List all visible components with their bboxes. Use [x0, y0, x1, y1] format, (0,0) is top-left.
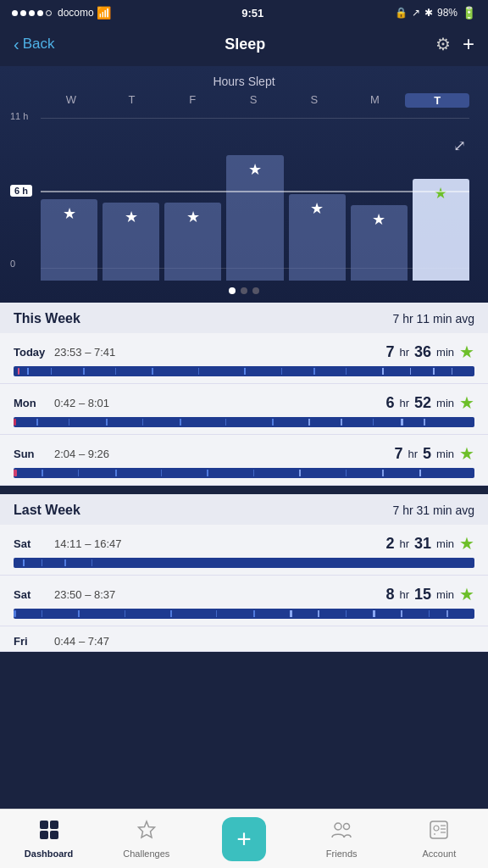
account-label: Account [423, 849, 457, 859]
tab-friends[interactable]: Friends [293, 819, 391, 859]
challenges-icon [136, 819, 158, 846]
last-week-header: Last Week 7 hr 31 min avg [0, 494, 488, 525]
sun-time-range: 2:04 – 9:26 [54, 448, 394, 460]
sleep-row-sat1[interactable]: Sat 14:11 – 16:47 2 hr 31 min ★ [0, 525, 488, 576]
tab-add[interactable]: + [195, 817, 292, 861]
bar-col-s1: ★ [226, 124, 283, 281]
chart-day-today: T [405, 93, 469, 108]
sat2-min-label: min [436, 588, 454, 601]
chart-day-s1: S [223, 93, 284, 108]
bar-col-today: ★ [413, 124, 469, 281]
status-time: 9:51 [241, 7, 263, 19]
this-week-avg: 7 hr 11 min avg [393, 312, 475, 326]
signal-dot-4 [37, 10, 43, 16]
sat1-hours: 2 [385, 535, 394, 553]
dashboard-label: Dashboard [25, 849, 73, 859]
today-mins: 36 [414, 343, 431, 361]
sat2-duration: 8 hr 15 min ★ [385, 584, 474, 604]
tab-dashboard[interactable]: Dashboard [0, 819, 97, 859]
last-week-title: Last Week [14, 503, 80, 518]
chart-bars-container: 11 h 0 6 h ★ ★ ★ ★ ★ ★ [10, 111, 478, 281]
fri-time-range: 0:44 – 7:47 [54, 635, 474, 648]
tab-challenges[interactable]: Challenges [97, 819, 195, 859]
sleep-row-today[interactable]: Today 23:53 – 7:41 7 hr 36 min ★ [0, 333, 488, 384]
account-icon [428, 819, 450, 846]
svg-rect-0 [40, 821, 48, 829]
carrier-name: docomo [58, 7, 94, 19]
mon-star: ★ [459, 392, 474, 413]
svg-rect-6 [430, 821, 447, 838]
sleep-row-sat2-top: Sat 23:50 – 8:37 8 hr 15 min ★ [14, 584, 474, 604]
svg-rect-1 [50, 821, 58, 829]
svg-point-5 [344, 824, 350, 830]
sat1-duration: 2 hr 31 min ★ [385, 533, 474, 554]
sun-min-label: min [436, 448, 454, 460]
header: ‹ Back Sleep ⚙ + [0, 24, 488, 66]
dot-2 [241, 287, 247, 294]
sleep-row-mon[interactable]: Mon 0:42 – 8:01 6 hr 52 min ★ [0, 384, 488, 435]
chart-area: Hours Slept W T F S S M T 11 h 0 6 h ★ ★ [0, 66, 488, 303]
this-week-title: This Week [14, 311, 80, 326]
fri-day-label: Fri [14, 635, 47, 648]
sleep-row-sun[interactable]: Sun 2:04 – 9:26 7 hr 5 min ★ [0, 435, 488, 486]
mon-day-label: Mon [14, 397, 47, 409]
svg-point-4 [335, 823, 341, 830]
dashboard-icon [38, 819, 60, 846]
settings-icon[interactable]: ⚙ [435, 34, 451, 54]
sat1-mins: 31 [414, 535, 431, 553]
lock-icon: 🔒 [395, 7, 408, 19]
this-week-header: This Week 7 hr 11 min avg [0, 303, 488, 333]
add-button[interactable]: + [222, 817, 266, 861]
friends-label: Friends [326, 849, 358, 859]
today-duration: 7 hr 36 min ★ [385, 342, 474, 362]
tab-account[interactable]: Account [391, 819, 488, 859]
back-label: Back [23, 36, 55, 53]
sat2-sleep-bar [14, 609, 474, 619]
mon-mins: 52 [414, 394, 431, 412]
bar-col-m: ★ [351, 124, 408, 281]
sat2-day-label: Sat [14, 588, 47, 601]
bar-star-s1: ★ [248, 160, 262, 179]
bar-s1: ★ [226, 155, 283, 281]
wifi-icon: 📶 [97, 6, 111, 19]
sat1-day-label: Sat [14, 537, 47, 550]
battery-pct: 98% [437, 7, 458, 19]
status-right: 🔒 ↗ ✱ 98% 🔋 [395, 6, 476, 19]
chart-day-w: W [41, 93, 102, 108]
sat2-mins: 15 [414, 586, 431, 604]
sat2-star: ★ [459, 584, 474, 604]
sun-hr-label: hr [408, 448, 418, 460]
goal-label: 6 h [10, 185, 32, 197]
friends-icon [330, 819, 352, 846]
sat2-hours: 8 [385, 586, 394, 604]
sleep-row-sat2[interactable]: Sat 23:50 – 8:37 8 hr 15 min ★ [0, 576, 488, 626]
bar-today: ★ [413, 179, 469, 281]
y-label-11: 11 h [10, 111, 28, 121]
mon-sleep-bar [14, 417, 474, 427]
bar-s2: ★ [289, 194, 346, 281]
sun-duration: 7 hr 5 min ★ [394, 443, 474, 464]
mon-duration: 6 hr 52 min ★ [385, 392, 474, 413]
sun-day-label: Sun [14, 448, 47, 460]
add-icon[interactable]: + [463, 32, 474, 56]
bar-col-t1: ★ [103, 124, 159, 281]
bar-w: ★ [41, 199, 97, 281]
sleep-row-sat1-top: Sat 14:11 – 16:47 2 hr 31 min ★ [14, 533, 474, 554]
status-bar: docomo 📶 9:51 🔒 ↗ ✱ 98% 🔋 [0, 0, 488, 24]
today-min-label: min [436, 346, 454, 359]
back-button[interactable]: ‹ Back [14, 35, 54, 54]
chart-bars: ★ ★ ★ ★ ★ ★ ★ [41, 124, 469, 281]
bar-star-today: ★ [434, 184, 447, 203]
today-sleep-bar [14, 366, 474, 376]
sat1-sleep-bar [14, 558, 474, 568]
back-chevron-icon: ‹ [14, 35, 19, 54]
bar-t1: ★ [103, 203, 159, 281]
sleep-row-today-top: Today 23:53 – 7:41 7 hr 36 min ★ [14, 342, 474, 362]
sat1-min-label: min [436, 537, 454, 550]
bluetooth-icon: ✱ [424, 7, 433, 19]
mon-time-range: 0:42 – 8:01 [54, 397, 385, 409]
sun-sleep-bar [14, 468, 474, 478]
sleep-row-fri-top: Fri 0:44 – 7:47 [14, 635, 474, 648]
sat1-time-range: 14:11 – 16:47 [54, 537, 385, 550]
sleep-row-fri[interactable]: Fri 0:44 – 7:47 [0, 626, 488, 652]
